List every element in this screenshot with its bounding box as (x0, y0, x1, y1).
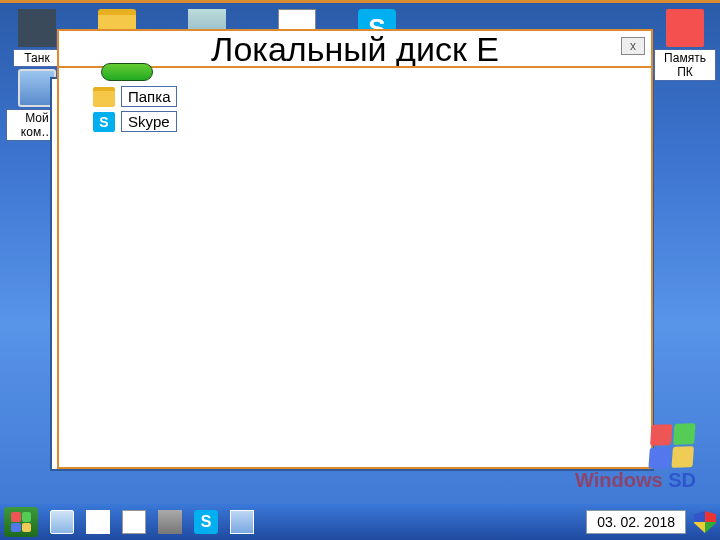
watermark: Windows SD (575, 469, 696, 492)
taskbar-item-chart[interactable] (83, 508, 113, 536)
taskbar-item-skype[interactable]: S (191, 508, 221, 536)
computer-icon (50, 510, 74, 534)
desktop-icon-label: Танк (13, 49, 61, 67)
documents-icon (122, 510, 146, 534)
taskbar-item-documents[interactable] (119, 508, 149, 536)
skype-icon: S (194, 510, 218, 534)
windows-logo-icon (11, 512, 31, 532)
security-shield-icon[interactable] (694, 511, 716, 533)
chart-icon (86, 510, 110, 534)
desktop-icon-memory[interactable]: Память ПК (654, 9, 716, 81)
monitor-icon (230, 510, 254, 534)
taskbar-item-computer[interactable] (47, 508, 77, 536)
taskbar-item-monitor[interactable] (227, 508, 257, 536)
taskbar-date[interactable]: 03. 02. 2018 (586, 510, 686, 534)
desktop-icon-label: Память ПК (654, 49, 716, 81)
window-title: Локальный диск E (211, 30, 499, 69)
start-button[interactable] (4, 507, 38, 537)
window-localdisk-e: ПапкаSSkype (57, 66, 653, 469)
taskbar: S 03. 02. 2018 (0, 504, 720, 540)
close-button[interactable]: x (621, 37, 645, 55)
skype-icon: S (93, 112, 115, 132)
decorative-pill (101, 63, 153, 81)
file-item-label: Папка (121, 86, 177, 107)
memory-icon (666, 9, 704, 47)
taskbar-item-ribbon[interactable] (155, 508, 185, 536)
window-localdisk-e-titlebar[interactable]: Локальный диск E x (57, 29, 653, 67)
file-item-skype[interactable]: SSkype (93, 111, 651, 132)
ribbon-icon (158, 510, 182, 534)
file-item-folder[interactable]: Папка (93, 86, 651, 107)
folder-icon (93, 87, 115, 107)
file-item-label: Skype (121, 111, 177, 132)
tank-icon (18, 9, 56, 47)
windows-flag-icon (648, 423, 695, 469)
